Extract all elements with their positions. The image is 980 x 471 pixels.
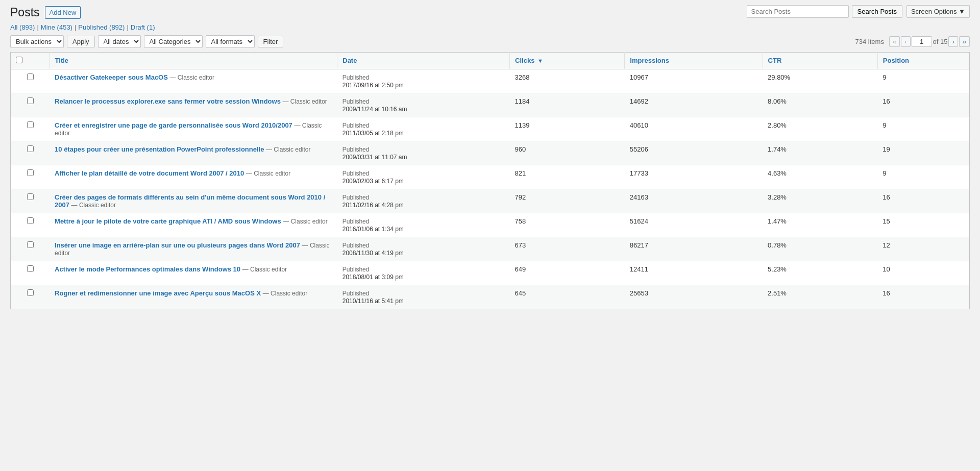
editor-tag: — Classic editor <box>283 98 327 105</box>
date-status: Published <box>342 122 370 129</box>
date-status: Published <box>342 98 370 105</box>
post-title-link[interactable]: Créer et enregistrer une page de garde p… <box>55 121 292 129</box>
date-sort-link[interactable]: Date <box>342 57 357 64</box>
formats-filter[interactable]: All formats <box>206 35 255 48</box>
search-input[interactable] <box>747 5 849 18</box>
post-title-link[interactable]: 10 étapes pour créer une présentation Po… <box>55 145 264 153</box>
title-column-header[interactable]: Title <box>50 52 337 69</box>
clicks-cell: 3268 <box>510 69 625 93</box>
impressions-cell: 40610 <box>625 117 763 141</box>
impressions-sort-link[interactable]: Impressions <box>630 57 669 64</box>
impressions-column-header[interactable]: Impressions <box>625 52 763 69</box>
filter-button[interactable]: Filter <box>258 36 284 47</box>
impressions-cell: 10967 <box>625 69 763 93</box>
row-checkbox-cell[interactable] <box>11 117 50 141</box>
row-checkbox[interactable] <box>27 193 34 200</box>
current-page-input[interactable] <box>912 36 932 47</box>
post-title-link[interactable]: Désactiver Gatekeeper sous MacOS <box>55 73 168 81</box>
clicks-sort-link[interactable]: Clicks ▼ <box>515 57 543 64</box>
post-title-link[interactable]: Activer le mode Performances optimales d… <box>55 265 240 273</box>
post-title-link[interactable]: Afficher le plan détaillé de votre docum… <box>55 169 244 177</box>
date-status: Published <box>342 194 370 201</box>
dates-filter[interactable]: All dates <box>98 35 141 48</box>
row-checkbox[interactable] <box>27 121 34 128</box>
row-checkbox[interactable] <box>27 169 34 176</box>
bulk-actions-select[interactable]: Bulk actions <box>10 35 64 48</box>
clicks-column-header[interactable]: Clicks ▼ <box>510 52 625 69</box>
row-checkbox-cell[interactable] <box>11 213 50 237</box>
clicks-cell: 960 <box>510 141 625 165</box>
categories-filter[interactable]: All Categories <box>144 35 203 48</box>
clicks-sort-indicator: ▼ <box>537 58 543 64</box>
select-all-header[interactable] <box>11 52 50 69</box>
clicks-cell: 792 <box>510 189 625 213</box>
first-page-button[interactable]: « <box>889 36 900 47</box>
select-all-checkbox[interactable] <box>16 57 22 63</box>
impressions-cell: 12411 <box>625 261 763 285</box>
row-checkbox[interactable] <box>27 265 34 272</box>
add-new-button[interactable]: Add New <box>45 6 81 19</box>
post-title-link[interactable]: Insérer une image en arrière-plan sur un… <box>55 241 300 249</box>
post-title-link[interactable]: Relancer le processus explorer.exe sans … <box>55 97 281 105</box>
impressions-cell: 14692 <box>625 93 763 117</box>
ctr-cell: 3.28% <box>763 189 877 213</box>
search-posts-button[interactable]: Search Posts <box>852 5 902 18</box>
tab-mine[interactable]: Mine (453) <box>41 23 72 31</box>
row-checkbox[interactable] <box>27 145 34 152</box>
editor-tag: — Classic editor <box>170 74 214 81</box>
title-cell: Désactiver Gatekeeper sous MacOS — Class… <box>50 69 337 93</box>
editor-tag: — Classic editor <box>263 290 307 297</box>
ctr-column-header[interactable]: CTR <box>763 52 877 69</box>
next-page-button[interactable]: › <box>948 36 958 47</box>
editor-tag: — Classic editor <box>71 202 116 209</box>
row-checkbox-cell[interactable] <box>11 69 50 93</box>
row-checkbox-cell[interactable] <box>11 93 50 117</box>
post-title-link[interactable]: Rogner et redimensionner une image avec … <box>55 289 261 297</box>
date-value: 2008/11/30 at 4:19 pm <box>342 250 404 257</box>
title-cell: Insérer une image en arrière-plan sur un… <box>50 237 337 261</box>
position-sort-link[interactable]: Position <box>883 57 909 64</box>
table-nav-top: Bulk actions Apply All dates All Categor… <box>10 35 970 48</box>
position-cell: 9 <box>877 117 969 141</box>
prev-page-button[interactable]: ‹ <box>901 36 910 47</box>
last-page-button[interactable]: » <box>959 36 970 47</box>
impressions-cell: 86217 <box>625 237 763 261</box>
tab-published[interactable]: Published (892) <box>78 23 125 31</box>
posts-table: Title Date Clicks ▼ Impressions CTR Posi… <box>10 52 970 309</box>
row-checkbox[interactable] <box>27 289 34 296</box>
date-value: 2018/08/01 at 3:09 pm <box>342 274 404 281</box>
apply-button[interactable]: Apply <box>67 36 95 47</box>
date-cell: Published 2018/08/01 at 3:09 pm <box>337 261 510 285</box>
table-row: Relancer le processus explorer.exe sans … <box>11 93 970 117</box>
row-checkbox-cell[interactable] <box>11 285 50 309</box>
clicks-cell: 821 <box>510 165 625 189</box>
position-cell: 16 <box>877 93 969 117</box>
title-cell: Rogner et redimensionner une image avec … <box>50 285 337 309</box>
row-checkbox[interactable] <box>27 73 34 80</box>
post-title-link[interactable]: Mettre à jour le pilote de votre carte g… <box>55 217 281 225</box>
total-pages: of 15 <box>933 38 948 45</box>
clicks-cell: 673 <box>510 237 625 261</box>
date-status: Published <box>342 74 370 81</box>
date-cell: Published 2016/01/06 at 1:34 pm <box>337 213 510 237</box>
tab-all[interactable]: All (893) <box>10 23 35 31</box>
row-checkbox-cell[interactable] <box>11 189 50 213</box>
row-checkbox[interactable] <box>27 241 34 248</box>
impressions-cell: 24163 <box>625 189 763 213</box>
title-sort-link[interactable]: Title <box>55 57 69 64</box>
date-column-header[interactable]: Date <box>337 52 510 69</box>
ctr-cell: 5.23% <box>763 261 877 285</box>
tab-draft[interactable]: Draft (1) <box>131 23 155 31</box>
table-row: Mettre à jour le pilote de votre carte g… <box>11 213 970 237</box>
table-row: Afficher le plan détaillé de votre docum… <box>11 165 970 189</box>
row-checkbox-cell[interactable] <box>11 237 50 261</box>
row-checkbox-cell[interactable] <box>11 141 50 165</box>
row-checkbox-cell[interactable] <box>11 261 50 285</box>
row-checkbox[interactable] <box>27 97 34 104</box>
position-column-header[interactable]: Position <box>877 52 969 69</box>
date-cell: Published 2017/09/16 at 2:50 pm <box>337 69 510 93</box>
row-checkbox[interactable] <box>27 217 34 224</box>
row-checkbox-cell[interactable] <box>11 165 50 189</box>
screen-options-button[interactable]: Screen Options ▼ <box>906 5 970 18</box>
ctr-sort-link[interactable]: CTR <box>768 57 782 64</box>
